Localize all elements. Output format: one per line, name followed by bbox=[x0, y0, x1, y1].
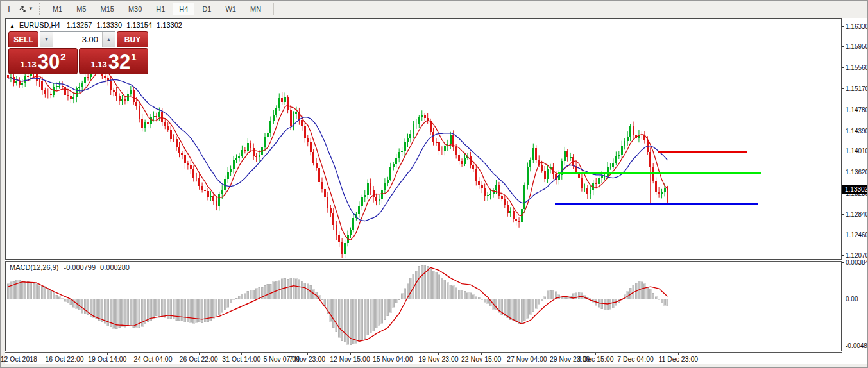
time-axis-label: 31 Oct 14:00 bbox=[222, 355, 260, 363]
toolbar-grip[interactable] bbox=[39, 3, 43, 15]
ohlc-close: 1.13302 bbox=[157, 21, 182, 29]
time-axis-label: 19 Oct 14:00 bbox=[88, 355, 126, 363]
dropdown-caret-icon: ▼ bbox=[28, 6, 33, 12]
buy-price-prefix: 1.13 bbox=[90, 60, 106, 69]
price-axis-label: 1.13620 bbox=[842, 169, 868, 176]
text-tool-button[interactable]: T bbox=[3, 3, 15, 15]
time-axis-label: 12 Oct 2018 bbox=[1, 355, 37, 363]
volume-input[interactable]: 3.00 bbox=[53, 32, 102, 47]
tab-timeframe-m15[interactable]: M15 bbox=[94, 3, 120, 15]
volume-increase-button[interactable]: ▲ bbox=[102, 32, 115, 47]
macd-axis-label: -0.004856 bbox=[842, 342, 868, 349]
price-axis-label: 1.15950 bbox=[842, 43, 868, 51]
macd-axis-label: 0.00 bbox=[842, 296, 868, 303]
buy-button-label: BUY bbox=[124, 35, 140, 44]
window-bottom-border bbox=[1, 364, 867, 368]
time-axis-label: 7 Nov 23:00 bbox=[289, 355, 325, 363]
sell-button[interactable]: SELL bbox=[8, 31, 38, 47]
tab-timeframe-m30[interactable]: M30 bbox=[122, 3, 148, 15]
mt4-chart-window: T ▼ M1M5M15M30H1H4D1W1MN ▲ EURUSD,H4 1.1… bbox=[0, 0, 868, 368]
price-axis[interactable]: 1.13302 1.163301.159501.155601.151701.14… bbox=[842, 18, 868, 364]
time-axis[interactable]: 12 Oct 201816 Oct 22:0019 Oct 14:0024 Oc… bbox=[5, 353, 842, 364]
caret-up-icon: ▲ bbox=[106, 37, 111, 42]
price-axis-label: 1.12840 bbox=[842, 210, 868, 218]
buy-price-big: 32 bbox=[108, 50, 130, 74]
time-axis-label: 24 Oct 04:00 bbox=[133, 355, 172, 363]
tab-timeframe-d1[interactable]: D1 bbox=[196, 3, 217, 15]
macd-name: MACD(12,26,9) bbox=[10, 263, 58, 271]
price-chart-plot[interactable]: ▲ EURUSD,H4 1.13257 1.13330 1.13154 1.13… bbox=[5, 18, 842, 260]
price-axis-label: 1.14390 bbox=[842, 127, 868, 135]
volume-decrease-button[interactable]: ▼ bbox=[40, 32, 53, 47]
time-axis-label: 7 Dec 04:00 bbox=[617, 355, 654, 363]
time-axis-label: 26 Oct 22:00 bbox=[180, 355, 218, 363]
chart-title: ▲ EURUSD,H4 1.13257 1.13330 1.13154 1.13… bbox=[10, 21, 182, 29]
time-axis-label: 22 Nov 15:00 bbox=[461, 355, 501, 363]
price-axis-label: 1.15560 bbox=[842, 64, 868, 72]
macd-indicator-plot[interactable]: MACD(12,26,9) -0.000799 0.000280 bbox=[5, 262, 842, 351]
buy-price-sup: 1 bbox=[131, 51, 136, 62]
price-axis-label: 1.15170 bbox=[842, 85, 868, 92]
macd-axis-label: 0.003847 bbox=[842, 258, 868, 266]
time-axis-label: 11 Dec 23:00 bbox=[658, 355, 698, 363]
tab-timeframe-m1[interactable]: M1 bbox=[46, 3, 69, 15]
sell-price-sup: 2 bbox=[60, 51, 65, 62]
buy-button[interactable]: BUY bbox=[117, 31, 148, 47]
buy-price-panel[interactable]: 1.13 32 1 bbox=[79, 48, 148, 74]
time-axis-label: 4 Dec 15:00 bbox=[577, 355, 614, 363]
price-axis-label: 1.12460 bbox=[842, 231, 868, 238]
toolbar: T ▼ M1M5M15M30H1H4D1W1MN bbox=[1, 1, 867, 17]
tab-timeframe-m5[interactable]: M5 bbox=[70, 3, 92, 15]
one-click-trading-widget: SELL ▼ 3.00 ▲ BUY 1.13 3 bbox=[8, 31, 148, 74]
ohlc-high: 1.13330 bbox=[96, 21, 122, 29]
tab-timeframe-mn[interactable]: MN bbox=[244, 3, 268, 15]
sell-price-big: 30 bbox=[38, 50, 60, 74]
sell-price-prefix: 1.13 bbox=[20, 60, 36, 69]
macd-value-main: -0.000799 bbox=[64, 263, 96, 271]
text-tool-icon: T bbox=[6, 4, 11, 13]
time-axis-label: 12 Nov 15:00 bbox=[330, 355, 370, 363]
time-axis-label: 16 Oct 22:00 bbox=[45, 355, 83, 363]
ohlc-low: 1.13154 bbox=[126, 21, 152, 29]
chart-symbol-period: EURUSD,H4 bbox=[19, 21, 60, 29]
macd-label: MACD(12,26,9) -0.000799 0.000280 bbox=[10, 263, 130, 271]
volume-spinner: ▼ 3.00 ▲ bbox=[40, 31, 115, 47]
caret-down-icon: ▼ bbox=[44, 37, 49, 42]
tab-timeframe-h1[interactable]: H1 bbox=[149, 3, 171, 15]
price-axis-label: 1.16330 bbox=[842, 22, 868, 30]
timeframe-group: M1M5M15M30H1H4D1W1MN bbox=[46, 3, 268, 15]
macd-value-signal: 0.000280 bbox=[100, 263, 130, 271]
time-axis-label: 27 Nov 04:00 bbox=[507, 355, 547, 363]
sell-price-panel[interactable]: 1.13 30 2 bbox=[8, 48, 78, 74]
current-price-tag: 1.13302 bbox=[842, 185, 868, 194]
chart-collapse-icon: ▲ bbox=[10, 23, 15, 29]
ohlc-open: 1.13257 bbox=[67, 21, 92, 29]
tab-timeframe-h4[interactable]: H4 bbox=[173, 3, 194, 15]
toolbar-separator bbox=[273, 3, 274, 15]
time-axis-label: 19 Nov 23:00 bbox=[418, 355, 458, 363]
price-axis-label: 1.14780 bbox=[842, 106, 868, 113]
sell-button-label: SELL bbox=[13, 35, 33, 44]
arrows-tool-button[interactable]: ▼ bbox=[17, 3, 34, 15]
arrows-icon bbox=[18, 4, 27, 13]
tab-timeframe-w1[interactable]: W1 bbox=[219, 3, 243, 15]
price-axis-label: 1.14010 bbox=[842, 147, 868, 155]
macd-canvas[interactable] bbox=[6, 262, 841, 351]
time-axis-label: 15 Nov 04:00 bbox=[373, 355, 413, 363]
